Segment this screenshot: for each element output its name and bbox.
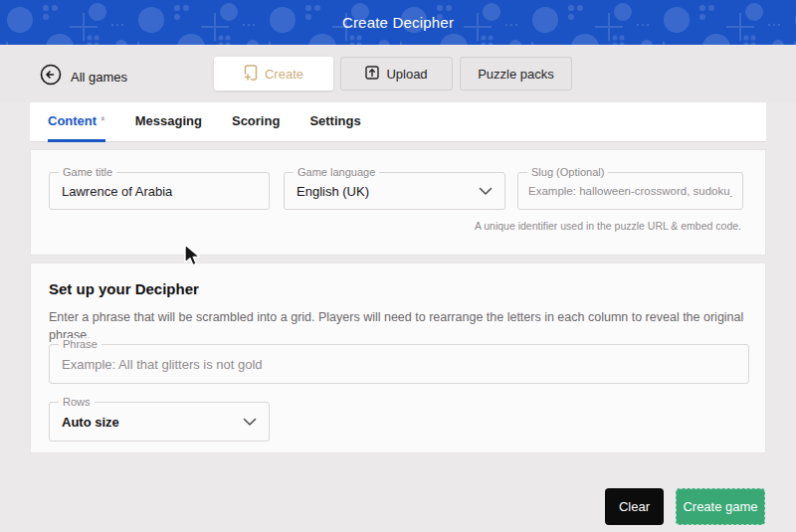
all-games-back-button[interactable]: All games [40, 64, 127, 89]
setup-description: Enter a phrase that will be scrambled in… [49, 309, 750, 344]
game-language-value: English (UK) [297, 184, 369, 199]
slug-input[interactable] [518, 173, 742, 209]
rows-value: Auto size [62, 415, 119, 430]
create-game-button-label: Create game [683, 499, 757, 514]
slug-field: Slug (Optional) [517, 172, 743, 210]
section-tabbar: Content* Messaging Scoring Settings [30, 102, 766, 142]
setup-heading: Set up your Decipher [49, 280, 199, 297]
back-arrow-icon [40, 64, 62, 89]
slug-helper-text: A unique identifier used in the puzzle U… [475, 220, 741, 232]
decipher-setup-card: Set up your Decipher Enter a phrase that… [30, 263, 766, 453]
tab-messaging-label: Messaging [135, 113, 202, 128]
tab-scoring-label: Scoring [232, 113, 280, 128]
phrase-field: Phrase [49, 344, 749, 384]
mode-switcher: Create Upload Puzzle packs [214, 57, 572, 90]
upload-mode-button[interactable]: Upload [340, 57, 453, 90]
game-title-field: Game title [49, 172, 270, 210]
puzzle-packs-button[interactable]: Puzzle packs [460, 57, 572, 90]
upload-icon [365, 66, 379, 83]
chevron-down-icon [479, 182, 493, 200]
all-games-label: All games [71, 70, 127, 85]
create-mode-button[interactable]: Create [214, 57, 333, 90]
chevron-down-icon [243, 413, 257, 431]
tab-messaging[interactable]: Messaging [135, 102, 202, 142]
rows-select[interactable]: Rows Auto size [49, 402, 270, 442]
tab-content-label: Content [48, 113, 97, 128]
phrase-label: Phrase [59, 338, 101, 350]
create-game-button[interactable]: Create game [676, 488, 765, 525]
required-marker: * [100, 114, 105, 128]
create-decipher-screen: Create Decipher All games [0, 0, 796, 532]
tab-content[interactable]: Content* [48, 102, 105, 142]
clear-button-label: Clear [619, 499, 650, 514]
tab-settings-label: Settings [309, 113, 360, 128]
game-language-label: Game language [294, 166, 379, 178]
page-title: Create Decipher [0, 0, 796, 45]
create-mode-label: Create [265, 67, 303, 82]
rows-label: Rows [59, 396, 95, 408]
phrase-input[interactable] [50, 345, 748, 383]
tab-settings[interactable]: Settings [309, 102, 360, 142]
app-header: Create Decipher [0, 0, 796, 45]
game-language-select[interactable]: Game language English (UK) [284, 172, 505, 210]
game-title-input[interactable] [50, 173, 269, 209]
game-details-card: Game title Game language English (UK) Sl… [30, 149, 766, 256]
clear-button[interactable]: Clear [605, 488, 664, 525]
game-title-label: Game title [59, 166, 116, 178]
tab-scoring[interactable]: Scoring [232, 102, 280, 142]
slug-label: Slug (Optional) [527, 166, 608, 178]
upload-mode-label: Upload [386, 67, 427, 82]
toolbar: All games Create [0, 45, 796, 102]
puzzle-packs-label: Puzzle packs [478, 67, 554, 82]
create-document-icon [244, 65, 258, 84]
